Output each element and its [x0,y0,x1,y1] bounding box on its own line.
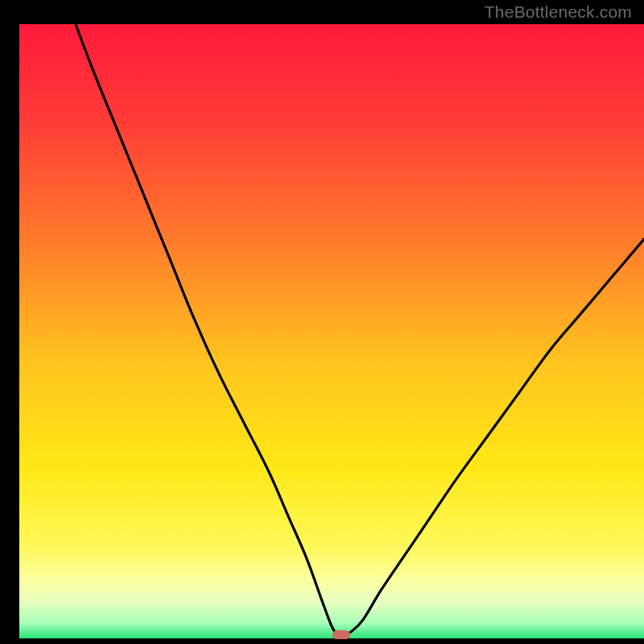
gradient-background [19,24,644,638]
bottleneck-curve [76,24,644,636]
optimal-marker [332,630,350,639]
watermark-text: TheBottleneck.com [485,2,632,22]
chart-frame [10,4,634,640]
chart-svg [19,24,644,638]
plot-area [19,24,644,638]
